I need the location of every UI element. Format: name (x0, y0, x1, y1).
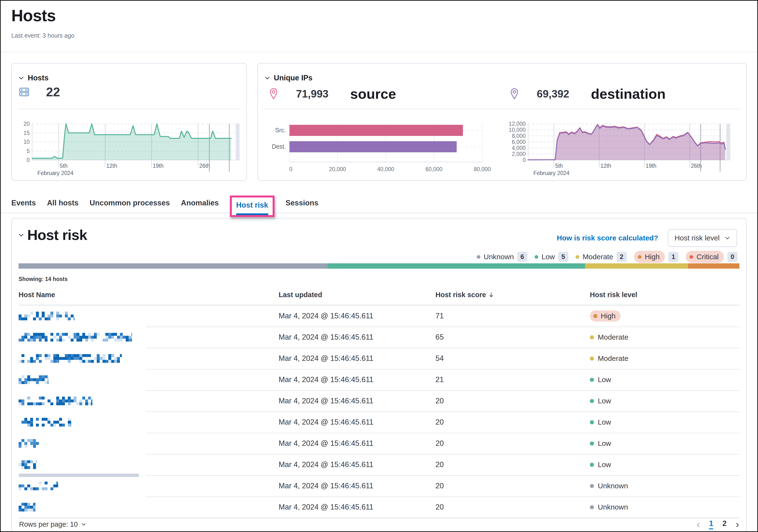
host-name-link[interactable] (18, 497, 35, 518)
svg-text:26th: 26th (199, 163, 210, 169)
chevron-down-icon[interactable] (18, 75, 24, 81)
storage-icon (18, 87, 30, 97)
chevron-down-icon[interactable] (264, 75, 270, 81)
redacted-host-name (18, 418, 71, 427)
table-row: Mar 4, 2024 @ 15:46:45.611 21 Low (12, 369, 746, 390)
legend-dot (477, 255, 480, 259)
tab-anomalies[interactable]: Anomalies (181, 199, 219, 214)
legend-item-moderate[interactable]: Moderate2 (576, 252, 627, 262)
tab-all-hosts[interactable]: All hosts (47, 199, 79, 214)
redacted-host-name (18, 333, 132, 341)
rows-per-page-button[interactable]: Rows per page: 10 (19, 520, 86, 528)
svg-text:10,000: 10,000 (509, 127, 526, 133)
table-row: Mar 4, 2024 @ 15:46:45.611 20 Low (12, 390, 746, 411)
legend-label: High (645, 253, 660, 261)
panel-divider (264, 109, 741, 109)
legend-dot (576, 255, 579, 259)
table-row: Mar 4, 2024 @ 15:46:45.611 20 Unknown (12, 497, 746, 518)
risk-level-dot (590, 399, 594, 403)
showing-count: Showing: 14 hosts (18, 276, 68, 282)
host-name-link[interactable] (18, 305, 75, 327)
risk-level-cell: Low (590, 433, 611, 454)
tab-events[interactable]: Events (11, 199, 36, 214)
chevron-down-icon (81, 522, 86, 527)
page-2-button[interactable]: 2 (722, 519, 726, 529)
hosts-area-chart[interactable]: 051015205th12th19th26thFebruary 2024 (15, 121, 243, 179)
horizontal-scrollbar-thumb[interactable] (18, 474, 139, 477)
svg-text:60,000: 60,000 (426, 166, 442, 172)
svg-text:20: 20 (23, 121, 30, 127)
host-name-link[interactable] (18, 327, 132, 348)
svg-text:8,000: 8,000 (512, 133, 526, 139)
risk-level-label: Low (598, 439, 611, 447)
last-updated-cell: Mar 4, 2024 @ 15:46:45.611 (279, 348, 373, 369)
column-host-name[interactable]: Host Name (18, 291, 55, 299)
tab-uncommon-processes[interactable]: Uncommon processes (90, 199, 170, 214)
column-host-risk-score[interactable]: Host risk score (435, 291, 494, 299)
last-updated-cell: Mar 4, 2024 @ 15:46:45.611 (279, 497, 373, 518)
unique-ips-panel-header[interactable]: Unique IPs (264, 74, 312, 82)
risk-score-cell: 65 (435, 327, 444, 348)
risk-level-dot (590, 505, 594, 509)
table-row: Mar 4, 2024 @ 15:46:45.611 65 Moderate (12, 327, 746, 348)
risk-score-cell: 20 (435, 390, 444, 411)
risk-level-cell: Low (590, 454, 611, 475)
legend-item-unknown[interactable]: Unknown6 (477, 252, 527, 262)
chevron-down-icon[interactable] (18, 232, 24, 238)
svg-text:40,000: 40,000 (377, 166, 394, 172)
page-1-button[interactable]: 1 (709, 519, 713, 529)
column-last-updated[interactable]: Last updated (279, 291, 322, 299)
source-metric: 71,993 source (268, 86, 396, 102)
legend-item-high[interactable]: High1 (634, 251, 679, 263)
svg-text:0: 0 (26, 157, 30, 163)
host-name-link[interactable] (18, 433, 41, 454)
hosts-panel-header[interactable]: Hosts (18, 74, 49, 82)
unique-ips-bar-chart-box: 020,00040,00060,00080,000Src.Dest. (265, 121, 506, 180)
host-name-link[interactable] (18, 348, 122, 369)
legend-item-low[interactable]: Low5 (534, 252, 568, 262)
risk-level-dot (590, 420, 594, 424)
risk-score-help-link[interactable]: How is risk score calculated? (557, 234, 658, 242)
unique-ips-area-chart[interactable]: 02,0004,0006,0008,00010,00012,0005th12th… (506, 121, 734, 179)
host-risk-level-filter-button[interactable]: Host risk level (668, 229, 737, 247)
svg-text:February 2024: February 2024 (37, 170, 74, 176)
hosts-metric: 22 (18, 85, 60, 99)
host-name-link[interactable] (18, 369, 49, 390)
tab-host-risk[interactable]: Host risk (236, 201, 268, 215)
legend-dot (689, 255, 693, 259)
risk-level-cell: High (590, 305, 620, 327)
risk-level-cell: Moderate (590, 327, 629, 348)
destination-pin-icon (509, 88, 519, 100)
destination-metric: 69,392 destination (509, 86, 666, 102)
pagination: ‹ 12 › (697, 519, 739, 530)
risk-score-cell: 71 (435, 305, 444, 327)
source-label: source (350, 86, 396, 102)
risk-score-cell: 21 (435, 369, 444, 390)
risk-level-label: Low (598, 375, 611, 384)
host-name-link[interactable] (18, 411, 71, 433)
host-name-link[interactable] (18, 454, 36, 475)
risk-level-dot (590, 335, 594, 339)
risk-level-dot (590, 378, 594, 382)
host-name-link[interactable] (18, 475, 58, 497)
redacted-host-name (18, 397, 92, 405)
annotation-highlight-box: Host risk (230, 195, 275, 217)
unique-ips-bar-chart[interactable]: 020,00040,00060,00080,000Src.Dest. (265, 121, 506, 179)
tab-sessions[interactable]: Sessions (286, 199, 319, 214)
legend-label: Unknown (484, 253, 514, 261)
legend-label: Moderate (583, 253, 613, 261)
svg-text:Dest.: Dest. (272, 143, 286, 150)
next-page-button[interactable]: › (736, 519, 739, 530)
table-row: Mar 4, 2024 @ 15:46:45.611 54 Moderate (12, 348, 746, 369)
last-updated-cell: Mar 4, 2024 @ 15:46:45.611 (279, 327, 373, 348)
legend-item-critical[interactable]: Critical0 (686, 251, 738, 263)
distribution-segment-low (327, 263, 585, 269)
previous-page-button[interactable]: ‹ (697, 519, 700, 530)
column-host-risk-level[interactable]: Host risk level (590, 291, 637, 299)
host-risk-title: Host risk (27, 227, 87, 243)
risk-score-cell: 20 (435, 497, 444, 518)
redacted-host-name (18, 460, 36, 469)
risk-level-label: Unknown (598, 503, 628, 511)
host-name-link[interactable] (18, 390, 92, 411)
host-risk-header[interactable]: Host risk (18, 227, 87, 243)
